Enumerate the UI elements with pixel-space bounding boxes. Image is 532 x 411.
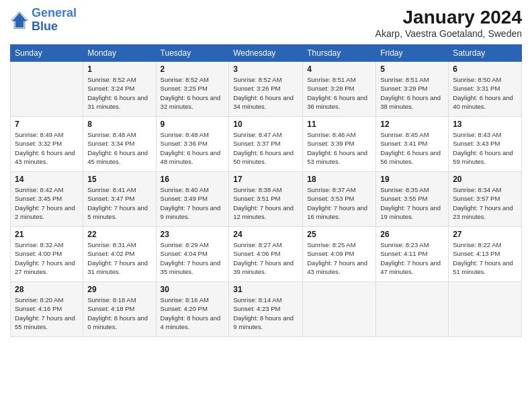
- day-info: Sunrise: 8:38 AM Sunset: 3:51 PM Dayligh…: [233, 185, 298, 221]
- day-cell: 18 Sunrise: 8:37 AM Sunset: 3:53 PM Dayl…: [303, 172, 376, 227]
- day-info: Sunrise: 8:32 AM Sunset: 4:00 PM Dayligh…: [15, 240, 79, 276]
- logo-line2: Blue: [32, 19, 58, 33]
- day-cell: 7 Sunrise: 8:49 AM Sunset: 3:32 PM Dayli…: [11, 117, 83, 172]
- day-number: 19: [380, 175, 444, 184]
- day-number: 25: [307, 230, 371, 239]
- day-cell: 22 Sunrise: 8:31 AM Sunset: 4:02 PM Dayl…: [83, 227, 156, 282]
- location: Akarp, Vaestra Goetaland, Sweden: [375, 28, 522, 39]
- day-number: 31: [233, 285, 298, 294]
- day-info: Sunrise: 8:34 AM Sunset: 3:57 PM Dayligh…: [453, 185, 517, 221]
- day-number: 27: [453, 230, 517, 239]
- day-info: Sunrise: 8:50 AM Sunset: 3:31 PM Dayligh…: [453, 75, 517, 111]
- day-number: 20: [453, 175, 517, 184]
- header-sunday: Sunday: [11, 45, 83, 62]
- day-cell: 2 Sunrise: 8:52 AM Sunset: 3:25 PM Dayli…: [156, 62, 229, 117]
- week-row-0: 1 Sunrise: 8:52 AM Sunset: 3:24 PM Dayli…: [11, 62, 522, 117]
- day-number: 23: [161, 230, 225, 239]
- day-info: Sunrise: 8:51 AM Sunset: 3:29 PM Dayligh…: [380, 75, 444, 111]
- day-cell: 23 Sunrise: 8:29 AM Sunset: 4:04 PM Dayl…: [156, 227, 229, 282]
- day-cell: 4 Sunrise: 8:51 AM Sunset: 3:28 PM Dayli…: [303, 62, 376, 117]
- day-info: Sunrise: 8:16 AM Sunset: 4:20 PM Dayligh…: [161, 295, 225, 331]
- day-info: Sunrise: 8:43 AM Sunset: 3:43 PM Dayligh…: [453, 130, 517, 166]
- day-cell: 3 Sunrise: 8:52 AM Sunset: 3:26 PM Dayli…: [229, 62, 303, 117]
- day-cell: 14 Sunrise: 8:42 AM Sunset: 3:45 PM Dayl…: [11, 172, 83, 227]
- day-info: Sunrise: 8:52 AM Sunset: 3:25 PM Dayligh…: [161, 75, 225, 111]
- day-number: 12: [380, 120, 444, 129]
- day-info: Sunrise: 8:47 AM Sunset: 3:37 PM Dayligh…: [233, 130, 298, 166]
- day-cell: 28 Sunrise: 8:20 AM Sunset: 4:16 PM Dayl…: [11, 282, 83, 337]
- day-info: Sunrise: 8:52 AM Sunset: 3:24 PM Dayligh…: [87, 75, 151, 111]
- day-cell: 31 Sunrise: 8:14 AM Sunset: 4:23 PM Dayl…: [229, 282, 303, 337]
- header-friday: Friday: [376, 45, 449, 62]
- day-info: Sunrise: 8:20 AM Sunset: 4:16 PM Dayligh…: [15, 295, 79, 331]
- day-info: Sunrise: 8:23 AM Sunset: 4:11 PM Dayligh…: [380, 240, 444, 276]
- logo-line1: General: [32, 6, 77, 19]
- day-cell: 6 Sunrise: 8:50 AM Sunset: 3:31 PM Dayli…: [449, 62, 522, 117]
- day-cell: 16 Sunrise: 8:40 AM Sunset: 3:49 PM Dayl…: [156, 172, 229, 227]
- day-info: Sunrise: 8:25 AM Sunset: 4:09 PM Dayligh…: [307, 240, 371, 276]
- day-info: Sunrise: 8:40 AM Sunset: 3:49 PM Dayligh…: [161, 185, 225, 221]
- header-tuesday: Tuesday: [156, 45, 229, 62]
- day-info: Sunrise: 8:14 AM Sunset: 4:23 PM Dayligh…: [233, 295, 298, 331]
- day-number: 10: [233, 120, 298, 129]
- page: General Blue January 2024 Akarp, Vaestra…: [0, 0, 532, 411]
- day-info: Sunrise: 8:37 AM Sunset: 3:53 PM Dayligh…: [307, 185, 371, 221]
- day-cell: [376, 282, 449, 337]
- title-block: January 2024 Akarp, Vaestra Goetaland, S…: [375, 7, 522, 39]
- day-number: 7: [15, 120, 79, 129]
- day-info: Sunrise: 8:48 AM Sunset: 3:34 PM Dayligh…: [87, 130, 151, 166]
- day-cell: 1 Sunrise: 8:52 AM Sunset: 3:24 PM Dayli…: [83, 62, 156, 117]
- day-info: Sunrise: 8:45 AM Sunset: 3:41 PM Dayligh…: [380, 130, 444, 166]
- day-number: 9: [161, 120, 225, 129]
- day-cell: 27 Sunrise: 8:22 AM Sunset: 4:13 PM Dayl…: [449, 227, 522, 282]
- day-number: 15: [87, 175, 151, 184]
- week-row-3: 21 Sunrise: 8:32 AM Sunset: 4:00 PM Dayl…: [11, 227, 522, 282]
- logo-text: General Blue: [32, 7, 77, 34]
- day-info: Sunrise: 8:31 AM Sunset: 4:02 PM Dayligh…: [87, 240, 151, 276]
- day-cell: 24 Sunrise: 8:27 AM Sunset: 4:06 PM Dayl…: [229, 227, 303, 282]
- day-number: 26: [380, 230, 444, 239]
- day-number: 13: [453, 120, 517, 129]
- day-cell: 30 Sunrise: 8:16 AM Sunset: 4:20 PM Dayl…: [156, 282, 229, 337]
- calendar-header-row: Sunday Monday Tuesday Wednesday Thursday…: [11, 45, 522, 62]
- day-info: Sunrise: 8:18 AM Sunset: 4:18 PM Dayligh…: [87, 295, 151, 331]
- day-number: 29: [87, 285, 151, 294]
- day-cell: 9 Sunrise: 8:48 AM Sunset: 3:36 PM Dayli…: [156, 117, 229, 172]
- day-info: Sunrise: 8:42 AM Sunset: 3:45 PM Dayligh…: [15, 185, 79, 221]
- header-monday: Monday: [83, 45, 156, 62]
- header: General Blue January 2024 Akarp, Vaestra…: [10, 7, 522, 39]
- day-cell: 5 Sunrise: 8:51 AM Sunset: 3:29 PM Dayli…: [376, 62, 449, 117]
- day-info: Sunrise: 8:27 AM Sunset: 4:06 PM Dayligh…: [233, 240, 298, 276]
- day-info: Sunrise: 8:22 AM Sunset: 4:13 PM Dayligh…: [453, 240, 517, 276]
- day-number: 30: [161, 285, 225, 294]
- day-number: 24: [233, 230, 298, 239]
- day-info: Sunrise: 8:52 AM Sunset: 3:26 PM Dayligh…: [233, 75, 298, 111]
- logo: General Blue: [10, 7, 77, 34]
- day-info: Sunrise: 8:51 AM Sunset: 3:28 PM Dayligh…: [307, 75, 371, 111]
- day-cell: 26 Sunrise: 8:23 AM Sunset: 4:11 PM Dayl…: [376, 227, 449, 282]
- day-number: 5: [380, 64, 444, 74]
- day-number: 21: [15, 230, 79, 239]
- day-number: 8: [87, 120, 151, 129]
- calendar-table: Sunday Monday Tuesday Wednesday Thursday…: [10, 44, 522, 337]
- day-cell: 12 Sunrise: 8:45 AM Sunset: 3:41 PM Dayl…: [376, 117, 449, 172]
- day-number: 18: [307, 175, 371, 184]
- week-row-2: 14 Sunrise: 8:42 AM Sunset: 3:45 PM Dayl…: [11, 172, 522, 227]
- day-number: 2: [161, 64, 225, 74]
- day-number: 4: [307, 64, 371, 74]
- day-cell: 10 Sunrise: 8:47 AM Sunset: 3:37 PM Dayl…: [229, 117, 303, 172]
- header-wednesday: Wednesday: [229, 45, 303, 62]
- day-number: 22: [87, 230, 151, 239]
- day-cell: 25 Sunrise: 8:25 AM Sunset: 4:09 PM Dayl…: [303, 227, 376, 282]
- day-info: Sunrise: 8:35 AM Sunset: 3:55 PM Dayligh…: [380, 185, 444, 221]
- day-cell: [11, 62, 83, 117]
- day-number: 14: [15, 175, 79, 184]
- week-row-1: 7 Sunrise: 8:49 AM Sunset: 3:32 PM Dayli…: [11, 117, 522, 172]
- day-cell: 21 Sunrise: 8:32 AM Sunset: 4:00 PM Dayl…: [11, 227, 83, 282]
- day-info: Sunrise: 8:41 AM Sunset: 3:47 PM Dayligh…: [87, 185, 151, 221]
- day-info: Sunrise: 8:29 AM Sunset: 4:04 PM Dayligh…: [161, 240, 225, 276]
- day-number: 16: [161, 175, 225, 184]
- day-cell: 19 Sunrise: 8:35 AM Sunset: 3:55 PM Dayl…: [376, 172, 449, 227]
- day-number: 3: [233, 64, 298, 74]
- day-info: Sunrise: 8:48 AM Sunset: 3:36 PM Dayligh…: [161, 130, 225, 166]
